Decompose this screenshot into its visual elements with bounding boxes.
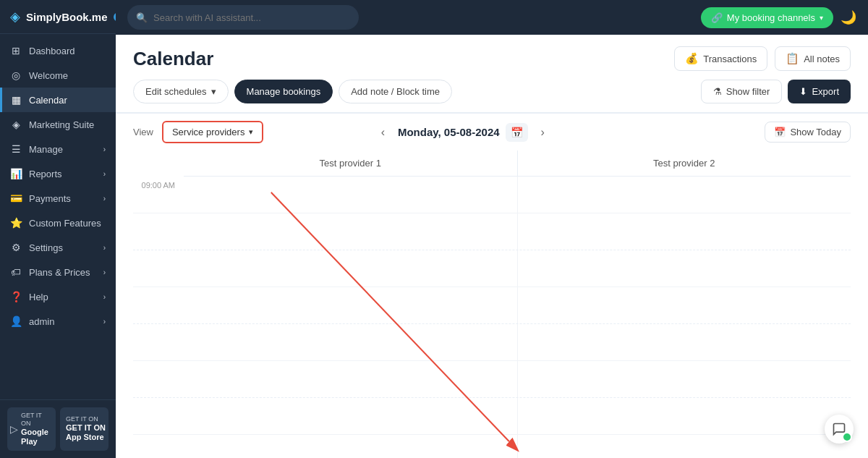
transactions-button[interactable]: 💰 Transactions bbox=[674, 46, 767, 71]
date-picker-button[interactable]: 📅 bbox=[506, 123, 528, 142]
sidebar-item-label: Settings bbox=[29, 242, 63, 253]
payments-icon: 💳 bbox=[10, 192, 22, 204]
chevron-down-icon: ▾ bbox=[211, 86, 216, 97]
show-today-label: Show Today bbox=[790, 127, 841, 137]
export-label: Export bbox=[812, 86, 839, 97]
export-button[interactable]: ⬇ Export bbox=[788, 80, 851, 103]
app-store-label: GET IT ONGET IT ON App Store bbox=[66, 415, 106, 442]
sidebar-item-calendar[interactable]: ▦ Calendar bbox=[0, 88, 116, 112]
manage-bookings-label: Manage bookings bbox=[247, 86, 321, 97]
sidebar-item-settings[interactable]: ⚙ Settings › bbox=[0, 235, 116, 260]
help-icon: ❓ bbox=[10, 291, 22, 302]
search-box[interactable]: 🔍 bbox=[127, 5, 359, 30]
main-content: 🔍 🔗 My booking channels ▾ 🌙 Calendar 💰 T… bbox=[116, 0, 868, 458]
chevron-down-icon: ▾ bbox=[820, 14, 823, 22]
chat-button[interactable] bbox=[825, 415, 854, 444]
chevron-right-icon: › bbox=[103, 318, 106, 326]
sidebar-item-label: Payments bbox=[29, 193, 71, 204]
calendar-viewbar: View Service providers ▾ ‹ Monday, 05-08… bbox=[116, 114, 868, 150]
toolbar: Edit schedules ▾ Manage bookings Add not… bbox=[116, 71, 868, 114]
manage-bookings-button[interactable]: Manage bookings bbox=[234, 80, 333, 103]
transactions-icon: 💰 bbox=[685, 52, 699, 65]
page-header-actions: 💰 Transactions 📋 All notes bbox=[674, 46, 851, 71]
sidebar-item-admin[interactable]: 👤 admin › bbox=[0, 309, 116, 334]
transactions-label: Transactions bbox=[703, 54, 757, 64]
sidebar-item-label: Reports bbox=[29, 169, 62, 179]
date-text: Monday, 05-08-2024 bbox=[398, 126, 500, 138]
google-play-button[interactable]: ▷ GET IT ONGoogle Play bbox=[7, 407, 56, 451]
add-note-label: Add note / Block time bbox=[351, 86, 440, 97]
theme-toggle-button[interactable]: 🌙 bbox=[841, 9, 856, 25]
app-store-button[interactable]: GET IT ONGET IT ON App Store bbox=[60, 407, 109, 451]
chevron-right-icon: › bbox=[103, 244, 106, 252]
providers-header: Test provider 1 Test provider 2 bbox=[184, 150, 851, 177]
chevron-right-icon: › bbox=[103, 170, 106, 178]
time-row bbox=[133, 324, 851, 361]
topbar: 🔍 🔗 My booking channels ▾ 🌙 bbox=[116, 0, 868, 35]
current-date: Monday, 05-08-2024 📅 bbox=[398, 123, 528, 142]
sidebar-footer: ▷ GET IT ONGoogle Play GET IT ONGET IT O… bbox=[0, 399, 116, 458]
dashboard-icon: ⊞ bbox=[10, 45, 22, 56]
sidebar-item-label: Help bbox=[29, 292, 48, 302]
time-row: 09:00 AM bbox=[133, 177, 851, 213]
sidebar-logo: ◈ SimplyBook.me 8 99+ bbox=[0, 0, 116, 34]
sidebar-item-manage[interactable]: ☰ Manage › bbox=[0, 137, 116, 161]
sidebar-item-label: Dashboard bbox=[29, 46, 75, 56]
sidebar-item-reports[interactable]: 📊 Reports › bbox=[0, 161, 116, 186]
marketing-icon: ◈ bbox=[10, 119, 22, 130]
next-date-button[interactable]: › bbox=[535, 123, 550, 142]
sidebar-item-custom[interactable]: ⭐ Custom Features bbox=[0, 211, 116, 235]
chevron-down-icon: ▾ bbox=[249, 127, 253, 137]
prev-date-button[interactable]: ‹ bbox=[375, 123, 391, 142]
time-row bbox=[133, 287, 851, 324]
sidebar-item-dashboard[interactable]: ⊞ Dashboard bbox=[0, 38, 116, 63]
sidebar-item-label: Marketing Suite bbox=[29, 119, 94, 130]
edit-schedules-button[interactable]: Edit schedules ▾ bbox=[133, 80, 229, 103]
sidebar-item-help[interactable]: ❓ Help › bbox=[0, 284, 116, 309]
sidebar-item-plans[interactable]: 🏷 Plans & Prices › bbox=[0, 260, 116, 284]
admin-icon: 👤 bbox=[10, 315, 22, 327]
search-input[interactable] bbox=[153, 12, 350, 23]
provider-2-cell bbox=[518, 177, 851, 213]
sidebar-item-label: Welcome bbox=[29, 70, 68, 81]
custom-icon: ⭐ bbox=[10, 217, 22, 229]
sidebar-item-welcome[interactable]: ◎ Welcome bbox=[0, 63, 116, 88]
provider-cells bbox=[184, 177, 851, 213]
sidebar-item-label: Plans & Prices bbox=[29, 267, 90, 278]
all-notes-label: All notes bbox=[804, 54, 840, 64]
search-icon: 🔍 bbox=[136, 12, 148, 23]
show-filter-button[interactable]: ⚗ Show filter bbox=[701, 80, 783, 103]
time-row bbox=[133, 250, 851, 287]
view-dropdown[interactable]: Service providers ▾ bbox=[162, 121, 263, 143]
service-providers-label: Service providers bbox=[172, 127, 244, 137]
logo-text: SimplyBook.me bbox=[26, 11, 108, 23]
page: Calendar 💰 Transactions 📋 All notes Edit… bbox=[116, 35, 868, 458]
chevron-right-icon: › bbox=[103, 145, 106, 153]
show-today-button[interactable]: 📅 Show Today bbox=[765, 122, 851, 143]
provider-1-header: Test provider 1 bbox=[184, 150, 518, 176]
page-title: Calendar bbox=[133, 48, 213, 70]
sidebar-item-label: Custom Features bbox=[29, 218, 101, 229]
time-label: 09:00 AM bbox=[133, 177, 184, 213]
booking-channels-label: My booking channels bbox=[727, 12, 815, 23]
time-row bbox=[133, 213, 851, 250]
show-filter-label: Show filter bbox=[726, 86, 770, 97]
link-icon: 🔗 bbox=[711, 12, 723, 23]
sidebar-item-payments[interactable]: 💳 Payments › bbox=[0, 186, 116, 211]
sidebar-item-marketing[interactable]: ◈ Marketing Suite bbox=[0, 112, 116, 137]
booking-channels-button[interactable]: 🔗 My booking channels ▾ bbox=[701, 7, 833, 28]
chevron-right-icon: › bbox=[103, 268, 106, 276]
time-row bbox=[133, 398, 851, 435]
provider-2-header: Test provider 2 bbox=[518, 150, 851, 176]
sidebar-item-label: Manage bbox=[29, 144, 63, 155]
time-row bbox=[133, 361, 851, 398]
calendar-nav-icon: ▦ bbox=[10, 94, 22, 106]
sidebar-nav: ⊞ Dashboard ◎ Welcome ▦ Calendar ◈ Marke… bbox=[0, 34, 116, 399]
all-notes-button[interactable]: 📋 All notes bbox=[775, 46, 851, 71]
download-icon: ⬇ bbox=[799, 86, 807, 97]
add-note-button[interactable]: Add note / Block time bbox=[339, 80, 452, 103]
welcome-icon: ◎ bbox=[10, 69, 22, 81]
provider-1-cell bbox=[184, 177, 518, 213]
reports-icon: 📊 bbox=[10, 168, 22, 179]
chevron-right-icon: › bbox=[103, 293, 106, 301]
